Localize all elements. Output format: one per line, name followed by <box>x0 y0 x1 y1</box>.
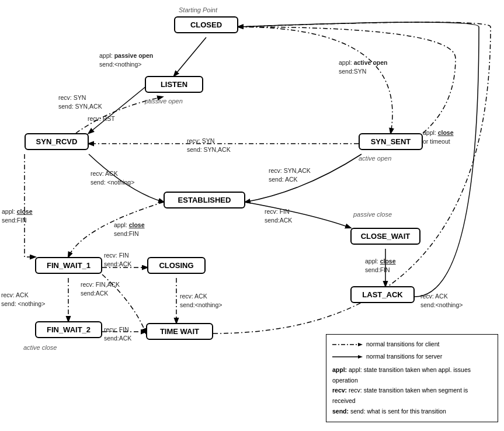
svg-marker-6 <box>358 355 363 359</box>
label-established-to-close-wait: recv: FINsend:ACK <box>265 207 292 224</box>
state-syn-sent: SYN_SENT <box>359 133 423 150</box>
state-time-wait: TIME WAIT <box>146 323 213 340</box>
legend-row-server: normal transitions for server <box>332 352 492 362</box>
label-syn-sent-to-syn-rcvd: recv: SYNsend: SYN,ACK <box>187 137 231 154</box>
label-passive-close: passive close <box>353 210 392 219</box>
legend-appl: appl: appl: state transition taken when … <box>332 365 492 386</box>
label-listen-to-syn-rcvd: recv: SYNsend: SYN,ACK <box>58 93 102 110</box>
state-closing: CLOSING <box>147 257 206 274</box>
svg-marker-4 <box>358 343 363 346</box>
label-close-wait-appl: appl: closesend:FIN <box>365 257 396 274</box>
label-fin-wait-1-ack: recv: ACKsend: <nothing> <box>1 291 45 308</box>
label-active-open: appl: active opensend:SYN <box>339 58 387 75</box>
svg-line-0 <box>174 37 206 76</box>
label-last-ack-ack: recv: ACKsend:<nothing> <box>420 292 463 309</box>
label-closing-to-time-wait: recv: ACKsend:<nothing> <box>180 292 222 309</box>
label-established-close-left: appl: closesend:FIN <box>114 221 145 238</box>
state-listen: LISTEN <box>145 76 203 93</box>
tcp-state-diagram: CLOSED LISTEN SYN_RCVD SYN_SENT ESTABLIS… <box>0 0 504 431</box>
state-fin-wait-1: FIN_WAIT_1 <box>35 257 102 274</box>
state-fin-wait-2: FIN_WAIT_2 <box>35 321 102 338</box>
label-syn-sent-close: appl: closeor timeout <box>423 128 454 145</box>
label-fin-wait-1-fin-ack: recv: FIN,ACKsend:ACK <box>81 280 120 297</box>
legend-row-client: normal transitions for client <box>332 339 492 350</box>
state-close-wait: CLOSE_WAIT <box>350 228 420 245</box>
state-syn-rcvd: SYN_RCVD <box>25 133 89 150</box>
legend-recv: recv: recv: state transition taken when … <box>332 385 492 406</box>
label-passive-open: passive open <box>145 97 183 106</box>
label-active-open-italic: active open <box>359 154 391 163</box>
label-fin-wait-2-to-time-wait: recv: FINsend:ACK <box>104 325 131 342</box>
label-syn-rcvd-to-established: recv: ACKsend: <nothing> <box>91 169 134 186</box>
label-syn-rcvd-appl-close: appl: closesend:FIN <box>2 207 33 224</box>
label-passive-open-desc: appl: passive opensend:<nothing> <box>99 51 153 68</box>
label-syn-sent-to-established: recv: SYN,ACKsend: ACK <box>269 166 311 183</box>
state-last-ack: LAST_ACK <box>350 286 415 303</box>
legend-send: send: send: what is sent for this transi… <box>332 406 492 417</box>
legend: normal transitions for client normal tra… <box>326 334 498 422</box>
label-syn-rcvd-rst: recv: RST <box>88 114 115 123</box>
starting-point-label: Starting Point <box>179 6 217 15</box>
label-fin-wait-1-to-closing: recv: FINsend:ACK <box>104 251 131 268</box>
label-active-close: active close <box>23 343 57 352</box>
state-closed: CLOSED <box>174 16 238 33</box>
state-established: ESTABLISHED <box>164 192 245 208</box>
